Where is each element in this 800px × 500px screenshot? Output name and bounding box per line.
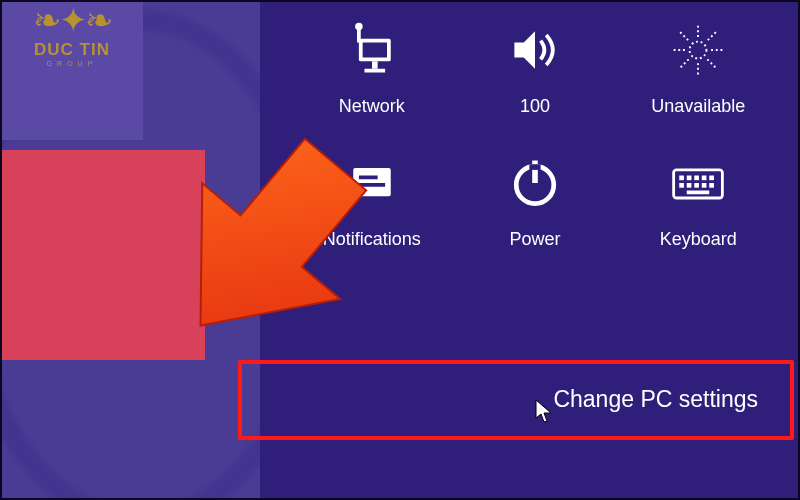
svg-line-14 xyxy=(681,59,689,67)
svg-line-12 xyxy=(708,59,716,67)
notifications-icon xyxy=(340,151,404,215)
speaker-icon xyxy=(503,18,567,82)
svg-point-6 xyxy=(690,42,707,59)
watermark-brand: DUC TIN xyxy=(8,40,136,60)
network-button[interactable]: Network xyxy=(290,18,453,117)
brightness-button[interactable]: Unavailable xyxy=(617,18,780,117)
svg-rect-26 xyxy=(710,176,715,181)
notifications-button[interactable]: Notifications xyxy=(290,151,453,250)
svg-rect-16 xyxy=(359,176,378,180)
svg-rect-22 xyxy=(680,176,685,181)
power-icon xyxy=(503,151,567,215)
svg-rect-1 xyxy=(362,43,386,58)
svg-point-5 xyxy=(355,23,363,31)
svg-rect-29 xyxy=(695,183,700,188)
network-icon xyxy=(340,18,404,82)
settings-item-label: Keyboard xyxy=(660,229,737,250)
keyboard-icon xyxy=(666,151,730,215)
watermark-logo: ❧✦❧ DUC TIN GROUP xyxy=(8,4,136,67)
svg-rect-3 xyxy=(364,69,385,73)
brightness-icon xyxy=(666,18,730,82)
svg-rect-2 xyxy=(372,61,378,69)
settings-item-label: 100 xyxy=(520,96,550,117)
settings-item-label: Network xyxy=(339,96,405,117)
keyboard-button[interactable]: Keyboard xyxy=(617,151,780,250)
cursor-icon xyxy=(534,398,554,424)
svg-rect-25 xyxy=(702,176,707,181)
start-screen-background xyxy=(0,0,260,500)
svg-rect-20 xyxy=(529,164,540,170)
settings-charm-panel: Network 100 xyxy=(260,0,800,500)
svg-rect-27 xyxy=(680,183,685,188)
svg-rect-31 xyxy=(710,183,715,188)
start-tile xyxy=(0,150,205,360)
svg-line-11 xyxy=(681,32,689,40)
svg-rect-17 xyxy=(359,183,385,187)
settings-grid: Network 100 xyxy=(290,18,780,250)
svg-rect-15 xyxy=(353,168,391,196)
watermark-sub: GROUP xyxy=(8,60,136,67)
svg-rect-23 xyxy=(687,176,692,181)
change-pc-settings-link[interactable]: Change PC settings xyxy=(262,362,798,436)
svg-rect-28 xyxy=(687,183,692,188)
volume-button[interactable]: 100 xyxy=(453,18,616,117)
settings-item-label: Power xyxy=(509,229,560,250)
svg-rect-24 xyxy=(695,176,700,181)
power-button[interactable]: Power xyxy=(453,151,616,250)
settings-item-label: Notifications xyxy=(323,229,421,250)
change-pc-settings-label: Change PC settings xyxy=(553,386,758,413)
wings-icon: ❧✦❧ xyxy=(8,4,136,38)
settings-item-label: Unavailable xyxy=(651,96,745,117)
svg-rect-30 xyxy=(702,183,707,188)
svg-rect-32 xyxy=(687,191,710,195)
svg-line-13 xyxy=(708,32,716,40)
